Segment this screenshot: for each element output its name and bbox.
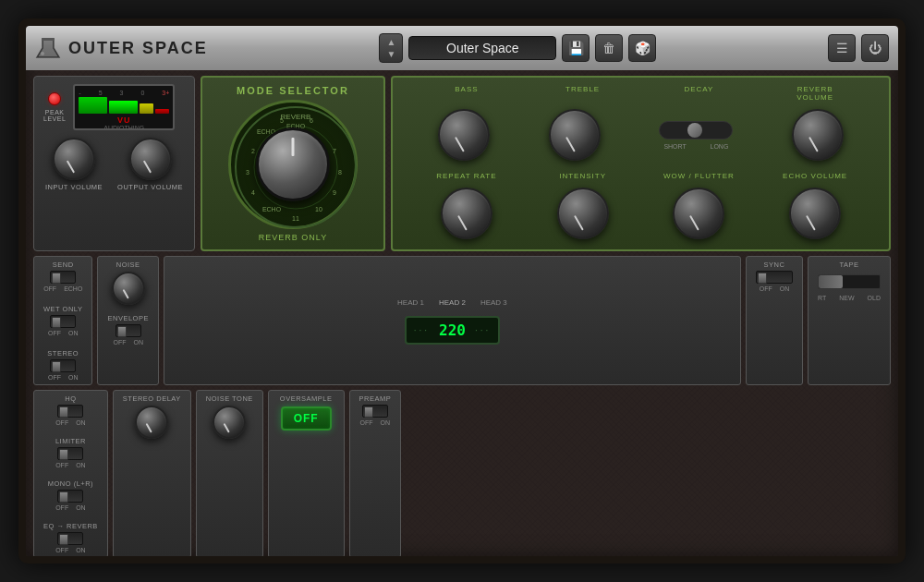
head1-panel: HEAD 1 VOL PAN: [33, 563, 111, 564]
treble-knob[interactable]: [549, 109, 601, 161]
randomize-btn[interactable]: 🎲: [628, 34, 656, 62]
preset-name[interactable]: Outer Space: [408, 36, 556, 60]
limiter-off: OFF: [55, 462, 68, 468]
svg-text:ECHO: ECHO: [262, 206, 282, 212]
switches-panel-1: SEND OFF ECHO WET ONLY O: [33, 256, 92, 385]
menu-btn[interactable]: ☰: [828, 34, 856, 62]
bpm-panel: HEAD 1 HEAD 2 HEAD 3 ··· 220 ···: [164, 256, 741, 385]
sync-off-label: OFF: [760, 285, 772, 292]
limiter-toggle-container: LIMITER OFF ON: [55, 437, 86, 468]
noise-tone-knob[interactable]: [213, 406, 246, 439]
send-toggle-container: SEND OFF ECHO: [43, 261, 82, 292]
head2-panel: HEAD 2 VOL PAN: [116, 563, 193, 564]
svg-text:3: 3: [246, 169, 249, 176]
more-panel: MORE R. BAL V. SPEED: [804, 563, 891, 564]
tape-label: TAPE: [818, 261, 881, 269]
hq-toggle-container: HQ OFF ON: [55, 394, 86, 426]
limiter-label: LIMITER: [55, 437, 86, 445]
mono-toggle[interactable]: [57, 490, 83, 503]
sync-toggle[interactable]: [756, 271, 793, 284]
stereo-toggle-container: STEREO OFF ON: [47, 349, 79, 381]
bpm-value[interactable]: 220: [433, 321, 471, 339]
svg-text:9: 9: [333, 189, 336, 196]
intensity-label: INTENSITY: [546, 172, 620, 180]
wet-label: WET ONLY: [43, 305, 82, 313]
mono-label: MONO (L+R): [48, 479, 93, 488]
preamp-label: PREAMP: [359, 394, 392, 403]
wet-toggle[interactable]: [50, 315, 76, 328]
reverb-vol-knob[interactable]: [792, 109, 844, 161]
eq-toggle[interactable]: [57, 532, 83, 545]
svg-text:11: 11: [292, 215, 299, 222]
peak-label: PEAKLEVEL: [43, 109, 66, 122]
svg-text:2: 2: [251, 148, 255, 154]
limiter-toggle[interactable]: [57, 447, 83, 460]
noise-tone-panel: NOISE TONE: [196, 390, 263, 558]
plugin-frame: OUTER SPACE ▲ ▼ Outer Space 💾 🗑 🎲 ☰ ⏻: [18, 18, 906, 564]
env-toggle-labels: OFF ON: [113, 339, 143, 346]
mode-reverb-only-label: REVERB ONLY: [259, 233, 327, 242]
tape-panel: TAPE RT NEW OLD: [808, 256, 891, 385]
stereo-delay-knob[interactable]: [135, 406, 168, 439]
send-toggle-labels: OFF ECHO: [43, 285, 82, 292]
hq-on: ON: [76, 419, 86, 426]
stereo-delay-panel: STEREO DELAY: [113, 390, 191, 558]
bottom-divider-1: [282, 563, 283, 564]
mode-knob[interactable]: [256, 127, 330, 201]
hq-off: OFF: [55, 419, 68, 426]
volumes-row: INPUT VOLUME OUTPUT VOLUME: [45, 138, 183, 191]
mode-title: MODE SELECTOR: [237, 85, 349, 96]
intensity-knob[interactable]: [557, 188, 609, 239]
peak-led: [48, 92, 61, 105]
envelope-toggle[interactable]: [116, 324, 141, 337]
wow-flutter-knob[interactable]: [673, 188, 724, 239]
repeat-rate-knob[interactable]: [441, 188, 492, 239]
preset-arrows-btn[interactable]: ▲ ▼: [379, 33, 403, 63]
svg-marker-1: [37, 39, 59, 57]
head3-tab[interactable]: HEAD 3: [475, 297, 513, 309]
output-volume-knob[interactable]: [129, 138, 172, 180]
stereo-toggle-labels: OFF ON: [48, 374, 79, 381]
bottom-section: HEAD 1 VOL PAN HEAD 2: [33, 563, 891, 564]
hq-toggle[interactable]: [57, 405, 83, 418]
noise-env-panel: NOISE ENVELOPE OFF ON: [97, 256, 158, 385]
svg-rect-2: [42, 38, 55, 41]
send-toggle[interactable]: [50, 271, 76, 284]
effects-panel: BASS TREBLE DECAY REVERB VOLUME: [391, 76, 891, 251]
preset-area: ▲ ▼ Outer Space 💾 🗑 🎲: [208, 33, 828, 63]
header: OUTER SPACE ▲ ▼ Outer Space 💾 🗑 🎲 ☰ ⏻: [26, 26, 898, 70]
tape-rt: RT: [818, 295, 826, 301]
svg-text:REVERB: REVERB: [281, 113, 311, 121]
bpm-display: ··· 220 ···: [405, 316, 501, 345]
noise-knob-container: NOISE: [112, 261, 145, 305]
head1-tab[interactable]: HEAD 1: [392, 297, 430, 309]
decay-short-label: SHORT: [663, 143, 686, 150]
flask-icon: [35, 35, 61, 61]
decay-toggle[interactable]: [687, 123, 702, 138]
mono-toggle-container: MONO (L+R) OFF ON: [48, 479, 93, 511]
wet-off-label: OFF: [48, 330, 61, 336]
tape-options: RT NEW OLD: [818, 295, 881, 301]
tape-slider[interactable]: [818, 274, 881, 289]
wet-toggle-container: WET ONLY OFF ON: [43, 305, 82, 336]
power-btn[interactable]: ⏻: [861, 34, 889, 62]
decay-long-label: LONG: [711, 143, 729, 150]
echo-vol-label: ECHO VOLUME: [778, 172, 852, 180]
bass-knob[interactable]: [438, 109, 490, 161]
wet-toggle-labels: OFF ON: [48, 330, 79, 336]
echo-vol-knob[interactable]: [789, 188, 841, 239]
delete-btn[interactable]: 🗑: [595, 34, 623, 62]
vu-label: VU: [79, 115, 169, 125]
stereo-toggle[interactable]: [50, 359, 76, 372]
preamp-toggle-container: PREAMP OFF ON: [359, 394, 392, 426]
stereo-delay-label: STEREO DELAY: [123, 394, 181, 403]
head2-tab[interactable]: HEAD 2: [433, 297, 471, 309]
save-btn[interactable]: 💾: [562, 34, 590, 62]
preamp-toggle[interactable]: [362, 405, 388, 418]
send-off-label: OFF: [43, 285, 56, 292]
reverb-vol-label: REVERB VOLUME: [778, 85, 852, 102]
oversample-btn[interactable]: OFF: [281, 406, 332, 430]
input-volume-knob[interactable]: [53, 138, 95, 180]
svg-text:10: 10: [315, 206, 322, 212]
noise-knob[interactable]: [112, 272, 145, 305]
